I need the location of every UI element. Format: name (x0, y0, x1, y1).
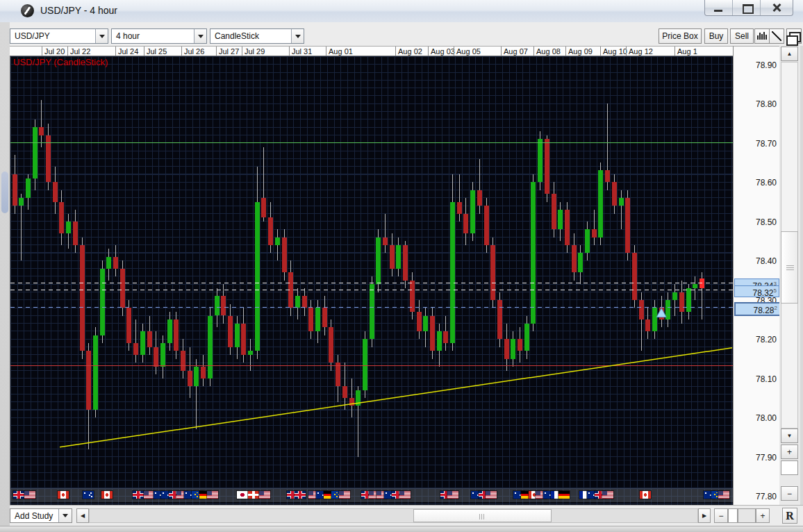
date-axis-separator (181, 47, 182, 56)
interval-select-value: 4 hour (112, 31, 194, 41)
reset-chart-button[interactable]: R (782, 508, 797, 524)
vertical-zoom-out-button[interactable]: − (781, 486, 798, 501)
flag-us-icon[interactable] (24, 491, 35, 499)
flag-uk-icon[interactable] (13, 491, 24, 499)
price-axis-label: 78.40 (734, 256, 777, 266)
date-axis-label: Aug 02 (398, 47, 422, 56)
flag-ca-icon[interactable] (58, 491, 69, 499)
vertical-scroll-column: ▲ ▼ + − (779, 46, 800, 505)
date-axis-label: Jul 26 (184, 47, 204, 56)
date-axis-separator (42, 47, 42, 56)
horizontal-zoom-track[interactable] (738, 508, 756, 523)
date-axis: Jul 20Jul 22Jul 24Jul 25Jul 26Jul 27Jul … (10, 46, 779, 56)
date-axis-label: Jul 20 (44, 47, 65, 56)
chart-type-select-value: CandleStick (210, 31, 291, 41)
scroll-down-icon: ▼ (787, 433, 793, 439)
price-axis-label: 78.00 (734, 413, 777, 423)
draw-line-button[interactable] (769, 28, 784, 44)
title-bar[interactable]: USD/JPY - 4 hour (0, 0, 803, 23)
plus-icon: + (760, 511, 765, 521)
volume-bars-button[interactable] (754, 28, 770, 44)
date-axis-separator (565, 47, 566, 56)
flag-uk-icon[interactable] (295, 491, 306, 499)
scroll-up-icon: ▲ (787, 51, 793, 57)
cascade-windows-button[interactable] (786, 28, 802, 44)
flag-us-icon[interactable] (207, 491, 218, 499)
scroll-up-button[interactable]: ▲ (781, 47, 798, 61)
thumb-grip-icon (786, 265, 794, 270)
flag-us-icon[interactable] (486, 491, 497, 499)
vertical-zoom-slider[interactable] (781, 460, 798, 475)
date-axis-label: Aug 1 (677, 47, 697, 56)
minimize-button[interactable] (705, 0, 733, 15)
date-axis-separator (289, 47, 290, 56)
app-window: USD/JPY - 4 hour USD/JPY 4 hour CandleSt… (0, 0, 803, 532)
horizontal-zoom-in-button[interactable]: + (756, 508, 770, 523)
date-axis-separator (216, 47, 217, 56)
symbol-select-value: USD/JPY (10, 31, 95, 41)
date-axis-label: Aug 07 (504, 47, 528, 56)
date-axis-label: Aug 08 (536, 47, 561, 56)
reset-label: R (786, 510, 794, 522)
flag-us-icon[interactable] (447, 491, 458, 499)
flag-de-icon[interactable] (558, 491, 570, 499)
flag-ch-icon[interactable] (248, 491, 259, 499)
flag-us-icon[interactable] (718, 491, 729, 499)
date-axis-separator (454, 47, 454, 56)
horizontal-scrollbar-thumb[interactable] (413, 509, 552, 522)
thumb-grip-icon (479, 514, 485, 519)
price-axis-label: 78.50 (734, 217, 777, 227)
date-axis-label: Aug 09 (568, 47, 593, 56)
flag-jp-icon[interactable] (237, 491, 248, 499)
chart-series-label: USD/JPY (CandleStick) (13, 57, 108, 67)
date-axis-label: Jul 29 (245, 47, 265, 56)
date-axis-separator (115, 47, 116, 56)
window-controls (704, 0, 793, 16)
news-events-band (10, 488, 733, 502)
flag-au-icon[interactable] (83, 491, 94, 499)
price-flag-bid: 78.325 (734, 285, 779, 297)
minus-icon: − (787, 489, 792, 499)
scroll-left-button[interactable]: ◀ (76, 508, 89, 523)
date-axis-label: Jul 31 (292, 47, 312, 56)
date-axis-separator (395, 47, 396, 56)
plus-icon: + (787, 447, 792, 457)
flag-us-icon[interactable] (399, 491, 411, 499)
date-axis-label: Aug 10 (603, 47, 627, 56)
chart-canvas[interactable]: USD/JPY (CandleStick) (10, 56, 733, 505)
vertical-scrollbar-thumb[interactable] (781, 231, 798, 304)
close-button[interactable] (761, 0, 793, 15)
price-axis: 78.9078.8078.7078.6078.5078.4078.3078.20… (733, 46, 779, 505)
flag-ca-icon[interactable] (640, 491, 651, 499)
volume-bars-icon (757, 32, 767, 40)
horizontal-scrollbar-track[interactable] (89, 508, 698, 523)
flag-us-icon[interactable] (339, 491, 350, 499)
app-logo-icon (21, 4, 34, 17)
interval-select[interactable]: 4 hour (111, 28, 207, 44)
horizontal-zoom-slider[interactable] (728, 508, 738, 523)
minimize-icon (714, 10, 722, 12)
flag-us-icon[interactable] (602, 491, 613, 499)
vertical-zoom-in-button[interactable]: + (781, 444, 798, 459)
date-axis-separator (67, 47, 68, 56)
price-axis-label: 78.70 (734, 139, 777, 149)
horizontal-zoom-out-button[interactable]: − (714, 508, 728, 523)
candlestick-plot[interactable] (10, 56, 733, 505)
scroll-right-button[interactable]: ▶ (698, 508, 711, 523)
symbol-select[interactable]: USD/JPY (10, 28, 108, 44)
flag-ca-icon[interactable] (101, 491, 113, 499)
price-box-button[interactable]: Price Box (659, 28, 702, 44)
bottom-bar: Add Study ◀ ▶ − + R (0, 505, 803, 526)
add-study-select[interactable]: Add Study (10, 508, 72, 523)
flag-uk-icon[interactable] (133, 491, 144, 499)
chart-type-select[interactable]: CandleStick (210, 28, 304, 44)
buy-button[interactable]: Buy (704, 28, 728, 44)
maximize-button[interactable] (733, 0, 761, 15)
sell-button[interactable]: Sell (730, 28, 754, 44)
date-axis-label: Jul 25 (147, 47, 167, 56)
date-axis-label: Aug 05 (456, 47, 481, 56)
scroll-down-button[interactable]: ▼ (781, 429, 798, 443)
flag-us-icon[interactable] (259, 491, 270, 499)
window-left-border (0, 22, 10, 526)
chevron-down-icon (194, 29, 206, 43)
